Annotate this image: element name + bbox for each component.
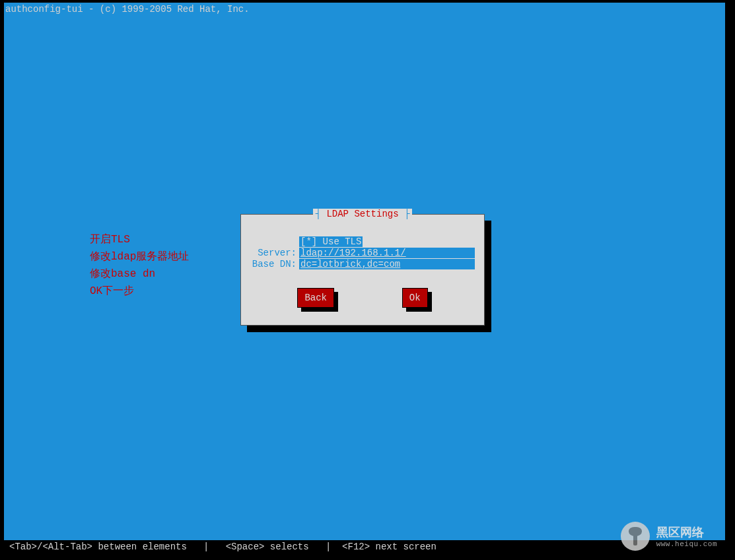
use-tls-checkbox[interactable]: [*] Use TLS — [299, 236, 363, 247]
basedn-label: Base DN: — [250, 259, 299, 269]
server-label: Server: — [250, 248, 299, 258]
server-input[interactable]: ldap://192.168.1.1/ — [299, 248, 475, 258]
terminal-screen: authconfig-tui - (c) 1999-2005 Red Hat, … — [4, 3, 728, 553]
title-mark-right: ├ — [399, 209, 410, 219]
ok-button[interactable]: Ok — [402, 288, 428, 308]
note-ok: OK下一步 — [90, 283, 189, 300]
note-basedn: 修改base dn — [90, 265, 189, 283]
instruction-overlay: 开启TLS 修改ldap服务器地址 修改base dn OK下一步 — [90, 231, 189, 300]
spacer — [250, 236, 299, 247]
footer-hint: <Tab>/<Alt-Tab> between elements | <Spac… — [4, 540, 725, 553]
watermark: 黑区网络 www.heiqu.com — [621, 522, 717, 551]
title-mark-left: ┤ — [316, 209, 327, 219]
note-server: 修改ldap服务器地址 — [90, 248, 189, 265]
ldap-settings-dialog: ┤ LDAP Settings ├ [*] Use TLS Server: ld… — [240, 214, 485, 326]
back-button[interactable]: Back — [297, 288, 334, 308]
dialog-title-row: ┤ LDAP Settings ├ — [241, 209, 484, 221]
app-title: authconfig-tui - (c) 1999-2005 Red Hat, … — [4, 3, 725, 16]
dialog-title: LDAP Settings — [326, 209, 398, 219]
basedn-input[interactable]: dc=lotbrick,dc=com — [299, 259, 475, 269]
mushroom-icon — [621, 522, 650, 551]
watermark-title: 黑区网络 — [656, 524, 717, 540]
note-tls: 开启TLS — [90, 231, 189, 248]
watermark-url: www.heiqu.com — [656, 540, 717, 548]
